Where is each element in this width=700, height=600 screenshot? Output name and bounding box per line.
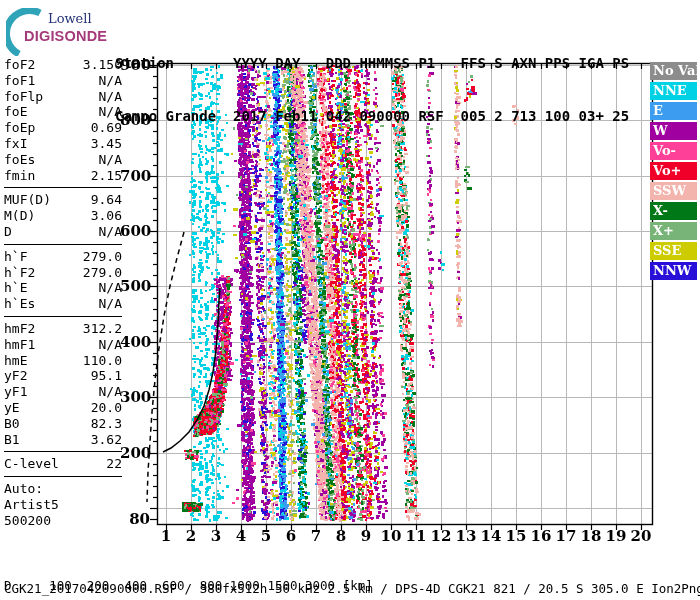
param-value: N/A <box>99 152 122 168</box>
param-value: 110.0 <box>83 353 122 369</box>
legend-item-nne: NNE <box>650 82 697 100</box>
file-info-footer: CGK21_2017042090000.RSF / 380fx512h 50 k… <box>4 581 700 596</box>
param-value: 2.15 <box>91 168 122 184</box>
param-value: 82.3 <box>91 416 122 432</box>
param-value: N/A <box>99 384 122 400</box>
param-row-hmf2: hmF2312.2 <box>4 321 122 337</box>
param-label: h`Es <box>4 296 35 312</box>
param-label: hmF1 <box>4 337 35 353</box>
legend-item-noval: No Val <box>650 62 697 80</box>
param-row-hf: h`F279.0 <box>4 249 122 265</box>
x-tick-label-6: 6 <box>286 527 296 545</box>
param-separator <box>4 244 122 245</box>
logo-lowell-text: Lowell <box>48 11 92 26</box>
y-tick-label-400: 400 <box>120 333 150 351</box>
param-value: 20.0 <box>91 400 122 416</box>
x-tick-label-3: 3 <box>211 527 221 545</box>
legend-item-vo_minus: Vo- <box>650 142 697 160</box>
x-tick-label-1: 1 <box>161 527 171 545</box>
param-row-b1: B13.62 <box>4 432 122 448</box>
param-row-foep: foEp0.69 <box>4 120 122 136</box>
velocity-legend: No ValNNEEWVo-Vo+SSWX-X+SSENNW <box>650 62 697 282</box>
legend-item-nnw: NNW <box>650 262 697 280</box>
x-tick-label-18: 18 <box>581 527 602 545</box>
param-separator <box>4 187 122 188</box>
lowell-digisonde-logo: Lowell DIGISONDE <box>6 8 121 54</box>
param-row-he: h`EN/A <box>4 280 122 296</box>
legend-item-ssw: SSW <box>650 182 697 200</box>
param-value: 279.0 <box>83 265 122 281</box>
param-row-fof1: foF1N/A <box>4 73 122 89</box>
y-tick-label-300: 300 <box>120 388 150 406</box>
legend-item-w: W <box>650 122 697 140</box>
param-row-hme: hmE110.0 <box>4 353 122 369</box>
param-row-hf2: h`F2279.0 <box>4 265 122 281</box>
param-label: D <box>4 224 12 240</box>
param-separator <box>4 476 122 477</box>
param-value: 3.45 <box>91 136 122 152</box>
param-label: foEp <box>4 120 35 136</box>
param-label: h`F <box>4 249 27 265</box>
param-row-b0: B082.3 <box>4 416 122 432</box>
param-label: yF1 <box>4 384 27 400</box>
param-value: 95.1 <box>91 368 122 384</box>
x-tick-label-16: 16 <box>531 527 552 545</box>
x-tick-label-15: 15 <box>506 527 527 545</box>
param-label: C-level <box>4 456 59 472</box>
param-label: B0 <box>4 416 20 432</box>
param-label: yE <box>4 400 20 416</box>
x-tick-label-13: 13 <box>456 527 477 545</box>
param-label: B1 <box>4 432 20 448</box>
param-separator <box>4 451 122 452</box>
param-row-yf1: yF1N/A <box>4 384 122 400</box>
param-row-mufd: MUF(D)9.64 <box>4 192 122 208</box>
param-row-clevel: C-level22 <box>4 456 122 472</box>
logo-digisonde-text: DIGISONDE <box>24 28 107 44</box>
x-tick-label-19: 19 <box>606 527 627 545</box>
x-tick-label-4: 4 <box>236 527 246 545</box>
param-label: foF2 <box>4 57 35 73</box>
param-row-md: M(D)3.06 <box>4 208 122 224</box>
param-row-fof2: foF23.150 <box>4 57 122 73</box>
param-row-foes: foEsN/A <box>4 152 122 168</box>
x-tick-label-8: 8 <box>336 527 346 545</box>
param-value: 3.06 <box>91 208 122 224</box>
param-value: 3.150 <box>83 57 122 73</box>
param-row-artist5: Artist5 <box>4 497 122 513</box>
header-line-1: Station YYYY DAY DDD HHMMSS P1 FFS S AXN… <box>115 55 629 73</box>
y-tick-label-700: 700 <box>120 167 150 185</box>
param-label: foEs <box>4 152 35 168</box>
param-label: foF1 <box>4 73 35 89</box>
param-value: N/A <box>99 89 122 105</box>
param-value: 0.69 <box>91 120 122 136</box>
param-row-auto: Auto: <box>4 481 122 497</box>
param-row-d: DN/A <box>4 224 122 240</box>
param-label: hmF2 <box>4 321 35 337</box>
param-label: yF2 <box>4 368 27 384</box>
param-row-foflp: foFlpN/A <box>4 89 122 105</box>
param-label: fxI <box>4 136 27 152</box>
param-row-fxi: fxI3.45 <box>4 136 122 152</box>
x-tick-label-5: 5 <box>261 527 271 545</box>
param-value: 312.2 <box>83 321 122 337</box>
header-info: Station YYYY DAY DDD HHMMSS P1 FFS S AXN… <box>115 20 629 160</box>
param-value: N/A <box>99 337 122 353</box>
x-tick-label-9: 9 <box>361 527 371 545</box>
legend-item-vo_plus: Vo+ <box>650 162 697 180</box>
x-tick-label-2: 2 <box>186 527 196 545</box>
x-tick-label-14: 14 <box>481 527 502 545</box>
param-row-hmf1: hmF1N/A <box>4 337 122 353</box>
param-value: N/A <box>99 73 122 89</box>
param-row-hes: h`EsN/A <box>4 296 122 312</box>
x-tick-label-7: 7 <box>311 527 321 545</box>
param-value: N/A <box>99 280 122 296</box>
x-tick-label-10: 10 <box>381 527 402 545</box>
param-value: 279.0 <box>83 249 122 265</box>
param-value: N/A <box>99 104 122 120</box>
x-tick-label-11: 11 <box>406 527 427 545</box>
param-row-foe: foEN/A <box>4 104 122 120</box>
parameter-panel: foF23.150foF1N/AfoFlpN/AfoEN/AfoEp0.69fx… <box>4 57 122 529</box>
digisonde-ionogram-app: Lowell DIGISONDE Station YYYY DAY DDD HH… <box>0 0 700 600</box>
param-row-500200: 500200 <box>4 513 122 529</box>
legend-item-x_minus: X- <box>650 202 697 220</box>
